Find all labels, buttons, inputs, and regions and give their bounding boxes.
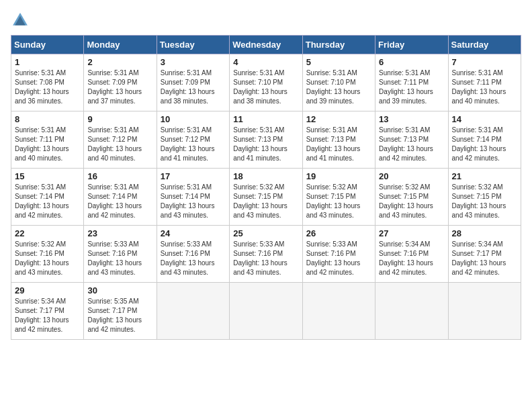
day-info: Sunrise: 5:32 AMSunset: 7:15 PMDaylight:… xyxy=(233,183,298,220)
calendar-cell: 28Sunrise: 5:34 AMSunset: 7:17 PMDayligh… xyxy=(448,226,521,283)
logo xyxy=(11,11,32,30)
calendar-cell: 1Sunrise: 5:31 AMSunset: 7:08 PMDaylight… xyxy=(11,54,84,111)
day-info: Sunrise: 5:32 AMSunset: 7:15 PMDaylight:… xyxy=(452,183,517,220)
day-number: 10 xyxy=(161,114,226,124)
day-number: 25 xyxy=(233,228,298,238)
page-header xyxy=(11,11,521,30)
day-info: Sunrise: 5:31 AMSunset: 7:14 PMDaylight:… xyxy=(87,183,152,220)
day-number: 29 xyxy=(15,285,80,295)
day-info: Sunrise: 5:33 AMSunset: 7:16 PMDaylight:… xyxy=(161,240,226,277)
day-info: Sunrise: 5:32 AMSunset: 7:15 PMDaylight:… xyxy=(306,183,371,220)
day-number: 30 xyxy=(87,285,152,295)
calendar-header-row: SundayMondayTuesdayWednesdayThursdayFrid… xyxy=(11,36,521,54)
calendar-cell: 6Sunrise: 5:31 AMSunset: 7:11 PMDaylight… xyxy=(375,54,448,111)
calendar-cell: 30Sunrise: 5:35 AMSunset: 7:17 PMDayligh… xyxy=(84,283,157,340)
calendar-cell: 2Sunrise: 5:31 AMSunset: 7:09 PMDaylight… xyxy=(84,54,157,111)
day-info: Sunrise: 5:31 AMSunset: 7:11 PMDaylight:… xyxy=(15,126,80,163)
weekday-header: Thursday xyxy=(302,36,375,54)
calendar-cell: 29Sunrise: 5:34 AMSunset: 7:17 PMDayligh… xyxy=(11,283,84,340)
calendar-cell xyxy=(375,283,448,340)
day-number: 7 xyxy=(452,57,517,67)
day-info: Sunrise: 5:31 AMSunset: 7:09 PMDaylight:… xyxy=(161,68,226,106)
calendar-cell: 22Sunrise: 5:32 AMSunset: 7:16 PMDayligh… xyxy=(11,226,84,283)
day-info: Sunrise: 5:31 AMSunset: 7:12 PMDaylight:… xyxy=(161,126,226,163)
day-number: 21 xyxy=(452,171,517,181)
day-number: 19 xyxy=(306,171,371,181)
calendar-week-row: 8Sunrise: 5:31 AMSunset: 7:11 PMDaylight… xyxy=(11,111,521,169)
day-info: Sunrise: 5:33 AMSunset: 7:16 PMDaylight:… xyxy=(233,240,298,277)
calendar-cell xyxy=(448,283,521,340)
day-number: 13 xyxy=(379,114,444,124)
day-info: Sunrise: 5:35 AMSunset: 7:17 PMDaylight:… xyxy=(87,297,152,334)
day-info: Sunrise: 5:31 AMSunset: 7:12 PMDaylight:… xyxy=(87,126,152,163)
calendar-cell: 23Sunrise: 5:33 AMSunset: 7:16 PMDayligh… xyxy=(84,226,157,283)
day-info: Sunrise: 5:34 AMSunset: 7:17 PMDaylight:… xyxy=(452,240,517,277)
day-number: 20 xyxy=(379,171,444,181)
weekday-header: Monday xyxy=(84,36,157,54)
calendar-cell: 17Sunrise: 5:31 AMSunset: 7:14 PMDayligh… xyxy=(157,169,229,226)
calendar-cell: 27Sunrise: 5:34 AMSunset: 7:16 PMDayligh… xyxy=(375,226,448,283)
day-info: Sunrise: 5:31 AMSunset: 7:09 PMDaylight:… xyxy=(87,68,152,106)
day-number: 4 xyxy=(233,57,298,67)
weekday-header: Tuesday xyxy=(157,36,229,54)
calendar-cell: 4Sunrise: 5:31 AMSunset: 7:10 PMDaylight… xyxy=(230,54,302,111)
weekday-header: Friday xyxy=(375,36,448,54)
calendar-cell: 24Sunrise: 5:33 AMSunset: 7:16 PMDayligh… xyxy=(157,226,229,283)
day-info: Sunrise: 5:34 AMSunset: 7:17 PMDaylight:… xyxy=(15,297,80,334)
day-number: 8 xyxy=(15,114,80,124)
calendar-cell: 18Sunrise: 5:32 AMSunset: 7:15 PMDayligh… xyxy=(230,169,302,226)
calendar-cell xyxy=(302,283,375,340)
day-info: Sunrise: 5:31 AMSunset: 7:08 PMDaylight:… xyxy=(15,68,80,106)
day-number: 22 xyxy=(15,228,80,238)
weekday-header: Saturday xyxy=(448,36,521,54)
calendar-cell: 3Sunrise: 5:31 AMSunset: 7:09 PMDaylight… xyxy=(157,54,229,111)
calendar-cell: 12Sunrise: 5:31 AMSunset: 7:13 PMDayligh… xyxy=(302,111,375,169)
calendar-cell xyxy=(230,283,302,340)
calendar-cell: 19Sunrise: 5:32 AMSunset: 7:15 PMDayligh… xyxy=(302,169,375,226)
day-info: Sunrise: 5:32 AMSunset: 7:15 PMDaylight:… xyxy=(379,183,444,220)
day-number: 2 xyxy=(87,57,152,67)
calendar-cell: 13Sunrise: 5:31 AMSunset: 7:13 PMDayligh… xyxy=(375,111,448,169)
day-info: Sunrise: 5:31 AMSunset: 7:11 PMDaylight:… xyxy=(452,68,517,106)
day-number: 18 xyxy=(233,171,298,181)
day-info: Sunrise: 5:31 AMSunset: 7:13 PMDaylight:… xyxy=(306,126,371,163)
logo-icon xyxy=(11,11,30,30)
day-number: 5 xyxy=(306,57,371,67)
day-info: Sunrise: 5:31 AMSunset: 7:13 PMDaylight:… xyxy=(233,126,298,163)
day-number: 14 xyxy=(452,114,517,124)
day-number: 16 xyxy=(87,171,152,181)
day-number: 27 xyxy=(379,228,444,238)
calendar-cell: 5Sunrise: 5:31 AMSunset: 7:10 PMDaylight… xyxy=(302,54,375,111)
calendar-cell: 10Sunrise: 5:31 AMSunset: 7:12 PMDayligh… xyxy=(157,111,229,169)
calendar-cell: 21Sunrise: 5:32 AMSunset: 7:15 PMDayligh… xyxy=(448,169,521,226)
calendar-cell: 8Sunrise: 5:31 AMSunset: 7:11 PMDaylight… xyxy=(11,111,84,169)
day-info: Sunrise: 5:31 AMSunset: 7:10 PMDaylight:… xyxy=(306,68,371,106)
calendar-week-row: 15Sunrise: 5:31 AMSunset: 7:14 PMDayligh… xyxy=(11,169,521,226)
day-number: 24 xyxy=(161,228,226,238)
day-info: Sunrise: 5:31 AMSunset: 7:14 PMDaylight:… xyxy=(161,183,226,220)
day-info: Sunrise: 5:31 AMSunset: 7:11 PMDaylight:… xyxy=(379,68,444,106)
calendar-cell: 14Sunrise: 5:31 AMSunset: 7:14 PMDayligh… xyxy=(448,111,521,169)
day-info: Sunrise: 5:33 AMSunset: 7:16 PMDaylight:… xyxy=(87,240,152,277)
day-info: Sunrise: 5:33 AMSunset: 7:16 PMDaylight:… xyxy=(306,240,371,277)
calendar-cell xyxy=(157,283,229,340)
calendar-cell: 7Sunrise: 5:31 AMSunset: 7:11 PMDaylight… xyxy=(448,54,521,111)
day-number: 23 xyxy=(87,228,152,238)
calendar-week-row: 29Sunrise: 5:34 AMSunset: 7:17 PMDayligh… xyxy=(11,283,521,340)
day-number: 26 xyxy=(306,228,371,238)
day-number: 9 xyxy=(87,114,152,124)
day-info: Sunrise: 5:32 AMSunset: 7:16 PMDaylight:… xyxy=(15,240,80,277)
calendar-cell: 15Sunrise: 5:31 AMSunset: 7:14 PMDayligh… xyxy=(11,169,84,226)
weekday-header: Sunday xyxy=(11,36,84,54)
calendar-body: 1Sunrise: 5:31 AMSunset: 7:08 PMDaylight… xyxy=(11,54,521,340)
day-info: Sunrise: 5:31 AMSunset: 7:14 PMDaylight:… xyxy=(15,183,80,220)
day-number: 15 xyxy=(15,171,80,181)
day-info: Sunrise: 5:31 AMSunset: 7:10 PMDaylight:… xyxy=(233,68,298,106)
day-number: 11 xyxy=(233,114,298,124)
calendar-week-row: 1Sunrise: 5:31 AMSunset: 7:08 PMDaylight… xyxy=(11,54,521,111)
day-number: 28 xyxy=(452,228,517,238)
calendar-week-row: 22Sunrise: 5:32 AMSunset: 7:16 PMDayligh… xyxy=(11,226,521,283)
calendar-cell: 26Sunrise: 5:33 AMSunset: 7:16 PMDayligh… xyxy=(302,226,375,283)
day-info: Sunrise: 5:31 AMSunset: 7:13 PMDaylight:… xyxy=(379,126,444,163)
day-info: Sunrise: 5:34 AMSunset: 7:16 PMDaylight:… xyxy=(379,240,444,277)
